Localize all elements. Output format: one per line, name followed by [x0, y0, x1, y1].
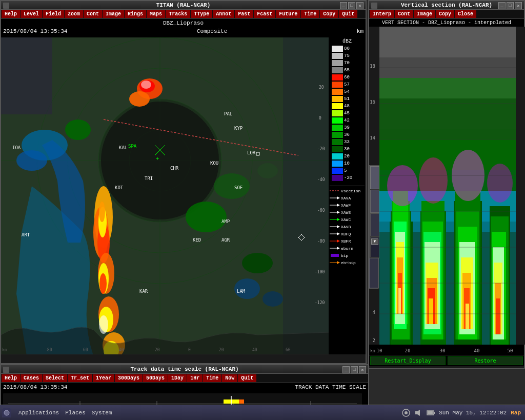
menu-future[interactable]: Future [276, 10, 300, 18]
svg-text:KOT: KOT [115, 185, 124, 190]
svg-point-36 [262, 291, 283, 307]
menu-zoom[interactable]: Zoom [65, 10, 83, 18]
restart-display-button[interactable]: Restart_Display [370, 356, 446, 365]
svg-text:AGR: AGR [221, 237, 230, 243]
svg-text:LOR: LOR [247, 150, 256, 155]
svg-text:KYP: KYP [234, 126, 243, 131]
svg-point-144 [387, 165, 418, 206]
radar-timestamp: 2015/08/04 13:35:34 [3, 28, 67, 34]
svg-marker-89 [337, 225, 340, 228]
svg-text:KAL: KAL [119, 145, 127, 150]
track-title-bar: Track data time scale (RAL-NCAR) _ □ ✕ [1, 365, 368, 374]
track-menu-now[interactable]: Now [222, 374, 237, 382]
menu-help[interactable]: Help [2, 10, 20, 18]
menu-time[interactable]: Time [301, 10, 319, 18]
svg-text:40: 40 [474, 348, 480, 353]
menu-copy[interactable]: Copy [320, 10, 338, 18]
vert-menu-copy[interactable]: Copy [436, 10, 454, 18]
menu-tracks[interactable]: Tracks [166, 10, 190, 18]
colorbar-row-57: 57 [330, 81, 365, 88]
menu-past[interactable]: Past [235, 10, 253, 18]
colorbar-row-54: 54 [330, 88, 365, 95]
track-menu-trset[interactable]: Tr_set [68, 374, 92, 382]
track-maximize-button[interactable]: □ [351, 366, 358, 373]
svg-marker-95 [337, 247, 340, 250]
track-menu-50days[interactable]: 50Days [143, 374, 168, 382]
vert-maximize-button[interactable]: □ [507, 2, 514, 9]
taskbar-apps: Applications Places System [13, 410, 117, 416]
radar-display[interactable]: + PAL KYP KAL SPA KOU CHR TRI KOT SOF IO… [1, 37, 329, 354]
svg-point-34 [257, 163, 278, 178]
svg-text:-100: -100 [315, 270, 325, 274]
taskbar-applications[interactable]: Applications [18, 410, 59, 416]
track-close-button[interactable]: ✕ [359, 366, 366, 373]
colorbar-row-30: 30 [330, 146, 365, 153]
restore-button[interactable]: Restore [448, 356, 523, 365]
menu-field[interactable]: Field [43, 10, 64, 18]
vert-menu-image[interactable]: Image [414, 10, 435, 18]
svg-text:KOU: KOU [210, 161, 218, 166]
colorbar: dBZ 80 75 70 65 60 57 54 51 48 45 42 39 … [329, 37, 366, 354]
legend-xawc: XAWC [330, 216, 365, 223]
vert-title-bar: Vertical section (RAL-NCAR) _ □ ✕ [369, 1, 524, 10]
vert-close-button[interactable]: ✕ [515, 2, 522, 9]
radar-svg: + PAL KYP KAL SPA KOU CHR TRI KOT SOF IO… [1, 37, 329, 354]
svg-rect-198 [428, 411, 433, 414]
menu-fcast[interactable]: Fcast [254, 10, 275, 18]
vert-window-controls: _ □ ✕ [498, 2, 522, 9]
vert-panel-dropdown[interactable]: ▼ [370, 237, 379, 257]
taskbar-places[interactable]: Places [65, 410, 86, 416]
track-menu-help[interactable]: Help [2, 374, 20, 382]
minimize-button[interactable]: _ [340, 2, 347, 9]
titan-menu-bar: Help Level Field Zoom Cont Image Rings M… [1, 10, 366, 19]
svg-text:2: 2 [373, 338, 375, 343]
track-menu-300days[interactable]: 300Days [115, 374, 143, 382]
colorbar-row-36: 36 [330, 131, 365, 138]
track-menu-time[interactable]: Time [203, 374, 221, 382]
menu-image[interactable]: Image [103, 10, 124, 18]
menu-maps[interactable]: Maps [147, 10, 165, 18]
vert-panel-2[interactable] [370, 190, 379, 213]
colorbar-row-33: 33 [330, 138, 365, 146]
maximize-button[interactable]: □ [348, 2, 355, 9]
svg-point-20 [99, 202, 105, 222]
track-minimize-button[interactable]: _ [342, 366, 350, 373]
volume-icon [414, 409, 422, 417]
taskbar-icon [2, 408, 11, 417]
legend-ebbip: eb+bip [330, 259, 365, 266]
colorbar-row-70: 70 [330, 59, 365, 67]
menu-quit[interactable]: Quit [339, 10, 357, 18]
svg-text:KAR: KAR [139, 289, 148, 294]
track-menu-1year[interactable]: 1Year [93, 374, 114, 382]
svg-text:CHR: CHR [170, 166, 179, 171]
svg-point-145 [419, 157, 448, 204]
vert-menu-cont[interactable]: Cont [395, 10, 413, 18]
svg-text:14: 14 [370, 135, 375, 141]
titan-window: TITAN (RAL-NCAR) _ □ ✕ Help Level Field … [0, 0, 367, 364]
svg-point-14 [186, 202, 227, 232]
track-menu-cases[interactable]: Cases [21, 374, 42, 382]
close-button[interactable]: ✕ [356, 2, 364, 9]
svg-text:10: 10 [377, 348, 382, 353]
titan-subtitle: DBZ_Liopraso [1, 19, 366, 27]
svg-marker-83 [337, 204, 340, 207]
vert-panel-1[interactable] [370, 166, 379, 189]
track-info-bar: 2015/08/04 13:35:34 TRACK DATA TIME SCAL… [1, 383, 368, 391]
menu-level[interactable]: Level [21, 10, 42, 18]
track-menu-select[interactable]: Select [43, 374, 67, 382]
vert-minimize-button[interactable]: _ [498, 2, 506, 9]
menu-rings[interactable]: Rings [125, 10, 146, 18]
taskbar-system[interactable]: System [92, 410, 112, 416]
track-menu-1hr[interactable]: 1Hr [187, 374, 203, 382]
track-menu-1day[interactable]: 1Day [168, 374, 187, 382]
menu-cont[interactable]: Cont [84, 10, 102, 18]
track-menu-quit[interactable]: Quit [238, 374, 256, 382]
vert-menu-close[interactable]: Close [455, 10, 476, 18]
menu-annot[interactable]: Annot [213, 10, 234, 18]
vert-side-panels: ▼ [369, 165, 379, 258]
menu-ttype[interactable]: TType [191, 10, 212, 18]
svg-text:IOA: IOA [12, 145, 21, 150]
svg-point-23 [99, 273, 107, 294]
vert-menu-interp[interactable]: Interp [370, 10, 394, 18]
vert-panel-3[interactable] [370, 213, 379, 236]
